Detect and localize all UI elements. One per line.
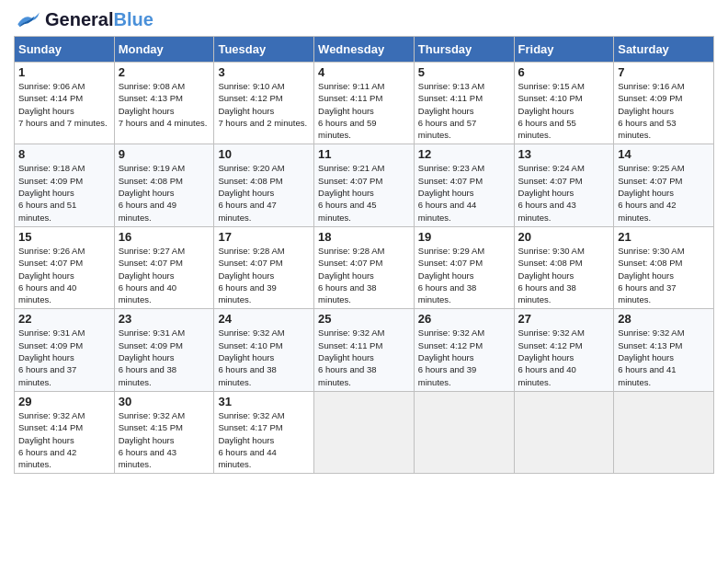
day-number: 22 bbox=[18, 312, 110, 326]
day-number: 20 bbox=[518, 230, 610, 244]
day-info: Sunrise: 9:32 AM Sunset: 4:17 PM Dayligh… bbox=[218, 409, 310, 470]
calendar-cell: 3 Sunrise: 9:10 AM Sunset: 4:12 PM Dayli… bbox=[214, 63, 314, 144]
day-info: Sunrise: 9:30 AM Sunset: 4:08 PM Dayligh… bbox=[518, 245, 610, 305]
logo-general: General bbox=[45, 9, 113, 29]
day-number: 18 bbox=[318, 230, 410, 244]
calendar-cell: 28 Sunrise: 9:32 AM Sunset: 4:13 PM Dayl… bbox=[614, 309, 714, 391]
calendar-cell: 24 Sunrise: 9:32 AM Sunset: 4:10 PM Dayl… bbox=[214, 309, 314, 391]
header-saturday: Saturday bbox=[614, 37, 714, 63]
calendar-cell: 6 Sunrise: 9:15 AM Sunset: 4:10 PM Dayli… bbox=[514, 63, 614, 144]
day-info: Sunrise: 9:32 AM Sunset: 4:15 PM Dayligh… bbox=[119, 409, 210, 470]
calendar-cell: 17 Sunrise: 9:28 AM Sunset: 4:07 PM Dayl… bbox=[214, 226, 314, 308]
day-info: Sunrise: 9:31 AM Sunset: 4:09 PM Dayligh… bbox=[18, 327, 110, 387]
calendar-cell: 19 Sunrise: 9:29 AM Sunset: 4:07 PM Dayl… bbox=[414, 226, 514, 308]
header-thursday: Thursday bbox=[414, 37, 514, 63]
day-number: 1 bbox=[18, 65, 110, 79]
calendar-cell: 21 Sunrise: 9:30 AM Sunset: 4:08 PM Dayl… bbox=[614, 226, 714, 308]
day-info: Sunrise: 9:31 AM Sunset: 4:09 PM Dayligh… bbox=[119, 327, 210, 387]
day-number: 11 bbox=[318, 147, 410, 161]
day-info: Sunrise: 9:32 AM Sunset: 4:14 PM Dayligh… bbox=[18, 409, 110, 470]
day-number: 8 bbox=[18, 147, 110, 161]
calendar-cell: 1 Sunrise: 9:06 AM Sunset: 4:14 PM Dayli… bbox=[15, 63, 115, 144]
calendar-cell: 12 Sunrise: 9:23 AM Sunset: 4:07 PM Dayl… bbox=[414, 144, 514, 226]
calendar-table: SundayMondayTuesdayWednesdayThursdayFrid… bbox=[14, 36, 714, 474]
day-number: 2 bbox=[119, 65, 210, 79]
day-info: Sunrise: 9:27 AM Sunset: 4:07 PM Dayligh… bbox=[119, 245, 210, 305]
day-number: 27 bbox=[518, 312, 610, 326]
header: GeneralBlue bbox=[14, 9, 714, 30]
day-number: 28 bbox=[618, 312, 710, 326]
day-number: 23 bbox=[119, 312, 210, 326]
calendar-cell: 7 Sunrise: 9:16 AM Sunset: 4:09 PM Dayli… bbox=[614, 63, 714, 144]
day-info: Sunrise: 9:28 AM Sunset: 4:07 PM Dayligh… bbox=[318, 245, 410, 305]
header-tuesday: Tuesday bbox=[214, 37, 314, 63]
calendar-cell: 14 Sunrise: 9:25 AM Sunset: 4:07 PM Dayl… bbox=[614, 144, 714, 226]
day-info: Sunrise: 9:06 AM Sunset: 4:14 PM Dayligh… bbox=[18, 80, 110, 129]
calendar-cell bbox=[314, 391, 415, 473]
day-number: 15 bbox=[18, 230, 110, 244]
calendar-cell: 4 Sunrise: 9:11 AM Sunset: 4:11 PM Dayli… bbox=[314, 63, 415, 144]
calendar-cell bbox=[414, 391, 514, 473]
day-number: 6 bbox=[518, 65, 610, 79]
day-info: Sunrise: 9:28 AM Sunset: 4:07 PM Dayligh… bbox=[218, 245, 310, 305]
calendar-cell: 8 Sunrise: 9:18 AM Sunset: 4:09 PM Dayli… bbox=[15, 144, 115, 226]
calendar-cell: 18 Sunrise: 9:28 AM Sunset: 4:07 PM Dayl… bbox=[314, 226, 415, 308]
day-number: 31 bbox=[218, 395, 310, 408]
header-sunday: Sunday bbox=[15, 37, 115, 63]
day-number: 3 bbox=[218, 65, 310, 79]
day-info: Sunrise: 9:25 AM Sunset: 4:07 PM Dayligh… bbox=[618, 162, 710, 223]
day-number: 10 bbox=[218, 147, 310, 161]
day-info: Sunrise: 9:32 AM Sunset: 4:11 PM Dayligh… bbox=[318, 327, 410, 387]
day-info: Sunrise: 9:32 AM Sunset: 4:10 PM Dayligh… bbox=[218, 327, 310, 387]
header-friday: Friday bbox=[514, 37, 614, 63]
calendar-week-1: 1 Sunrise: 9:06 AM Sunset: 4:14 PM Dayli… bbox=[15, 63, 714, 144]
calendar-cell: 26 Sunrise: 9:32 AM Sunset: 4:12 PM Dayl… bbox=[414, 309, 514, 391]
calendar-cell: 27 Sunrise: 9:32 AM Sunset: 4:12 PM Dayl… bbox=[514, 309, 614, 391]
calendar-cell: 9 Sunrise: 9:19 AM Sunset: 4:08 PM Dayli… bbox=[114, 144, 214, 226]
calendar-week-3: 15 Sunrise: 9:26 AM Sunset: 4:07 PM Dayl… bbox=[15, 226, 714, 308]
calendar-cell: 22 Sunrise: 9:31 AM Sunset: 4:09 PM Dayl… bbox=[15, 309, 115, 391]
calendar-cell: 29 Sunrise: 9:32 AM Sunset: 4:14 PM Dayl… bbox=[15, 391, 115, 473]
calendar-cell: 23 Sunrise: 9:31 AM Sunset: 4:09 PM Dayl… bbox=[114, 309, 214, 391]
day-info: Sunrise: 9:15 AM Sunset: 4:10 PM Dayligh… bbox=[518, 80, 610, 141]
day-number: 25 bbox=[318, 312, 410, 326]
calendar-cell: 10 Sunrise: 9:20 AM Sunset: 4:08 PM Dayl… bbox=[214, 144, 314, 226]
header-wednesday: Wednesday bbox=[314, 37, 415, 63]
header-monday: Monday bbox=[114, 37, 214, 63]
day-number: 21 bbox=[618, 230, 710, 244]
day-info: Sunrise: 9:23 AM Sunset: 4:07 PM Dayligh… bbox=[418, 162, 510, 223]
logo-blue: Blue bbox=[113, 9, 153, 29]
day-number: 29 bbox=[18, 395, 110, 408]
day-info: Sunrise: 9:18 AM Sunset: 4:09 PM Dayligh… bbox=[18, 162, 110, 223]
calendar-cell: 20 Sunrise: 9:30 AM Sunset: 4:08 PM Dayl… bbox=[514, 226, 614, 308]
calendar-week-2: 8 Sunrise: 9:18 AM Sunset: 4:09 PM Dayli… bbox=[15, 144, 714, 226]
day-number: 30 bbox=[119, 395, 210, 408]
calendar-cell bbox=[614, 391, 714, 473]
day-info: Sunrise: 9:13 AM Sunset: 4:11 PM Dayligh… bbox=[418, 80, 510, 141]
calendar-cell: 15 Sunrise: 9:26 AM Sunset: 4:07 PM Dayl… bbox=[15, 226, 115, 308]
calendar-cell: 11 Sunrise: 9:21 AM Sunset: 4:07 PM Dayl… bbox=[314, 144, 415, 226]
day-number: 5 bbox=[418, 65, 510, 79]
day-number: 12 bbox=[418, 147, 510, 161]
day-number: 13 bbox=[518, 147, 610, 161]
calendar-cell bbox=[514, 391, 614, 473]
day-info: Sunrise: 9:32 AM Sunset: 4:13 PM Dayligh… bbox=[618, 327, 710, 387]
day-info: Sunrise: 9:11 AM Sunset: 4:11 PM Dayligh… bbox=[318, 80, 410, 141]
calendar-cell: 2 Sunrise: 9:08 AM Sunset: 4:13 PM Dayli… bbox=[114, 63, 214, 144]
calendar-cell: 5 Sunrise: 9:13 AM Sunset: 4:11 PM Dayli… bbox=[414, 63, 514, 144]
day-info: Sunrise: 9:24 AM Sunset: 4:07 PM Dayligh… bbox=[518, 162, 610, 223]
day-info: Sunrise: 9:20 AM Sunset: 4:08 PM Dayligh… bbox=[218, 162, 310, 223]
day-number: 16 bbox=[119, 230, 210, 244]
day-number: 17 bbox=[218, 230, 310, 244]
day-number: 7 bbox=[618, 65, 710, 79]
day-info: Sunrise: 9:08 AM Sunset: 4:13 PM Dayligh… bbox=[119, 80, 210, 129]
day-info: Sunrise: 9:16 AM Sunset: 4:09 PM Dayligh… bbox=[618, 80, 710, 141]
day-info: Sunrise: 9:32 AM Sunset: 4:12 PM Dayligh… bbox=[518, 327, 610, 387]
day-info: Sunrise: 9:29 AM Sunset: 4:07 PM Dayligh… bbox=[418, 245, 510, 305]
calendar-cell: 16 Sunrise: 9:27 AM Sunset: 4:07 PM Dayl… bbox=[114, 226, 214, 308]
day-info: Sunrise: 9:19 AM Sunset: 4:08 PM Dayligh… bbox=[119, 162, 210, 223]
calendar-cell: 13 Sunrise: 9:24 AM Sunset: 4:07 PM Dayl… bbox=[514, 144, 614, 226]
logo-bird-icon bbox=[14, 11, 41, 29]
calendar-cell: 30 Sunrise: 9:32 AM Sunset: 4:15 PM Dayl… bbox=[114, 391, 214, 473]
day-info: Sunrise: 9:30 AM Sunset: 4:08 PM Dayligh… bbox=[618, 245, 710, 305]
